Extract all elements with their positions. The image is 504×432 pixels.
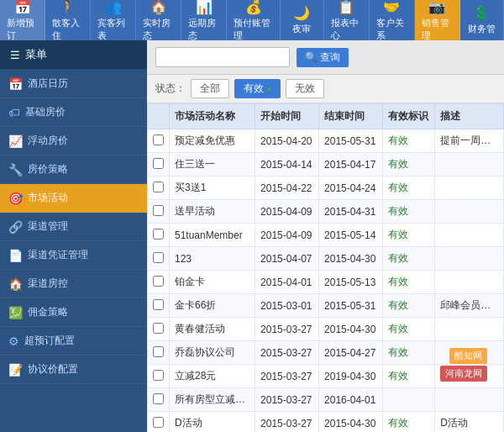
row-checkbox[interactable] xyxy=(148,224,170,247)
row-status: 有效 xyxy=(383,200,435,224)
sidebar-item-hotel-calendar[interactable]: 📅 酒店日历 xyxy=(0,70,147,98)
toolbar-new-booking[interactable]: 📅 新增预订 xyxy=(0,0,45,40)
row-end: 2019-04-30 xyxy=(319,365,383,388)
row-desc xyxy=(435,176,504,200)
row-status: 有效 xyxy=(383,247,435,271)
toolbar-future-rooms[interactable]: 📊 远期房态 xyxy=(181,0,227,40)
table-row[interactable]: 所有房型立减28元 2015-03-27 2016-04-01 xyxy=(148,388,504,412)
table-row[interactable]: 金卡66折 2015-03-01 2015-05-31 有效 邱峰会员金卡 xyxy=(148,294,504,318)
toolbar-crm[interactable]: 🤝 客户关系 xyxy=(370,0,415,40)
table-header-row: 市场活动名称 开始时间 结束时间 有效标识 描述 xyxy=(148,104,504,129)
row-checkbox[interactable] xyxy=(148,388,170,412)
row-end: 2015-05-14 xyxy=(319,224,383,247)
sidebar-item-agreement[interactable]: 📝 协议价配置 xyxy=(0,356,147,384)
row-checkbox[interactable] xyxy=(148,247,170,271)
table-container: 市场活动名称 开始时间 结束时间 有效标识 描述 预定减免优惠 2015-04-… xyxy=(147,103,504,432)
row-start: 2015-04-07 xyxy=(255,247,319,271)
sales-icon: 📷 xyxy=(428,0,445,15)
commission-icon: 💹 xyxy=(8,306,23,319)
table-row[interactable]: 黄春健活动 2015-03-27 2015-04-30 有效 xyxy=(148,318,504,341)
table-row[interactable]: 51tuanMember 2015-04-09 2015-05-14 有效 xyxy=(148,224,504,247)
search-bar: 🔍 查询 xyxy=(147,40,504,75)
row-desc: 提前一周预订 xyxy=(435,129,504,153)
table-row[interactable]: 预定减免优惠 2015-04-20 2015-05-31 有效 提前一周预订 xyxy=(148,129,504,153)
sidebar-item-channel-cert[interactable]: 📄 渠道凭证管理 xyxy=(0,241,147,270)
table-row[interactable]: 住三送一 2015-04-14 2015-04-17 有效 xyxy=(148,153,504,176)
table-row[interactable]: D活动 2015-03-27 2015-04-30 有效 D活动 xyxy=(148,412,504,433)
toolbar-sales[interactable]: 📷 销售管理 xyxy=(415,0,460,40)
row-name: 立减28元 xyxy=(170,365,255,388)
col-status: 有效标识 xyxy=(383,104,435,129)
row-name: 住三送一 xyxy=(170,153,255,176)
sidebar-item-base-rate[interactable]: 🏷 基础房价 xyxy=(0,98,147,127)
table-row[interactable]: 送早活动 2015-04-09 2015-04-31 有效 xyxy=(148,200,504,224)
row-checkbox[interactable] xyxy=(148,365,170,388)
row-status: 有效 xyxy=(383,271,435,294)
table-row[interactable]: 立减28元 2015-03-27 2019-04-30 有效 xyxy=(148,365,504,388)
toolbar-checkin[interactable]: 🚶 散客入住 xyxy=(45,0,91,40)
sidebar-item-overbooking[interactable]: ⚙ 超预订配置 xyxy=(0,327,147,356)
room-status-icon: 🏠 xyxy=(150,0,167,15)
crm-icon: 🤝 xyxy=(383,0,400,15)
row-checkbox[interactable] xyxy=(148,176,170,200)
row-checkbox[interactable] xyxy=(148,271,170,294)
sidebar-item-market-activity[interactable]: 🎯 市场活动 xyxy=(0,184,147,213)
main-layout: ☰ 菜单 📅 酒店日历 🏷 基础房价 📈 浮动房价 🔧 房价策略 🎯 市场活动 … xyxy=(0,40,504,432)
sidebar-item-commission[interactable]: 💹 佣金策略 xyxy=(0,298,147,327)
row-start: 2015-03-01 xyxy=(255,294,319,318)
night-audit-icon: 🌙 xyxy=(293,5,310,21)
row-end: 2015-04-27 xyxy=(319,341,383,365)
row-status: 有效 xyxy=(383,365,435,388)
sidebar-item-dynamic-rate[interactable]: 📈 浮动房价 xyxy=(0,127,147,155)
toolbar-night-audit[interactable]: 🌙 夜审 xyxy=(281,0,324,40)
market-icon: 🎯 xyxy=(8,192,23,205)
row-checkbox[interactable] xyxy=(148,200,170,224)
sidebar-item-channel-control[interactable]: 🏠 渠道房控 xyxy=(0,270,147,298)
reports-icon: 📋 xyxy=(338,0,354,15)
row-end: 2015-04-30 xyxy=(319,318,383,341)
row-checkbox[interactable] xyxy=(148,341,170,365)
toolbar-room-status[interactable]: 🏠 实时房态 xyxy=(136,0,181,40)
filter-valid[interactable]: 有效 ● xyxy=(234,79,281,98)
row-desc xyxy=(435,388,504,412)
table-row[interactable]: 123 2015-04-07 2015-04-30 有效 xyxy=(148,247,504,271)
row-name: 买3送1 xyxy=(170,176,255,200)
filter-invalid[interactable]: 无效 xyxy=(286,79,324,98)
row-start: 2015-03-27 xyxy=(255,412,319,433)
toolbar-finance[interactable]: 💲 财务管 xyxy=(460,0,504,40)
row-checkbox[interactable] xyxy=(148,412,170,433)
filter-bar: 状态： 全部 有效 ● 无效 xyxy=(147,75,504,103)
table-row[interactable]: 铂金卡 2015-04-01 2015-05-13 有效 xyxy=(148,271,504,294)
row-desc xyxy=(435,200,504,224)
row-checkbox[interactable] xyxy=(148,129,170,153)
search-button[interactable]: 🔍 查询 xyxy=(297,48,349,67)
toolbar-reports[interactable]: 📋 报表中心 xyxy=(324,0,370,40)
sidebar-item-rate-strategy[interactable]: 🔧 房价策略 xyxy=(0,155,147,184)
row-name: 黄春健活动 xyxy=(170,318,255,341)
new-booking-icon: 📅 xyxy=(14,0,31,15)
col-start: 开始时间 xyxy=(255,104,319,129)
row-checkbox[interactable] xyxy=(148,294,170,318)
table-row[interactable]: 买3送1 2015-04-22 2015-04-24 有效 xyxy=(148,176,504,200)
content-area: 🔍 查询 状态： 全部 有效 ● 无效 市场活动名称 开始时间 结束时间 xyxy=(147,40,504,432)
table-row[interactable]: 乔磊协议公司 2015-03-27 2015-04-27 有效 xyxy=(148,341,504,365)
row-status: 有效 xyxy=(383,294,435,318)
row-checkbox[interactable] xyxy=(148,153,170,176)
row-start: 2015-03-27 xyxy=(255,365,319,388)
row-desc xyxy=(435,224,504,247)
filter-all[interactable]: 全部 xyxy=(191,79,229,98)
future-rooms-icon: 📊 xyxy=(196,0,213,15)
finance-icon: 💲 xyxy=(473,5,490,21)
row-checkbox[interactable] xyxy=(148,318,170,341)
search-input[interactable] xyxy=(155,47,290,67)
row-start: 2015-04-09 xyxy=(255,224,319,247)
row-start: 2015-04-09 xyxy=(255,200,319,224)
sidebar-item-channel-mgmt[interactable]: 🔗 渠道管理 xyxy=(0,213,147,241)
filter-valid-label: 有效 xyxy=(244,82,266,94)
valid-dot: ● xyxy=(266,84,271,93)
toolbar-guest-list[interactable]: 👥 宾客列表 xyxy=(91,0,136,40)
toolbar-prepay[interactable]: 💰 预付账管理 xyxy=(227,0,280,40)
menu-icon: ☰ xyxy=(10,49,20,61)
dynamic-rate-icon: 📈 xyxy=(8,134,23,148)
prepay-icon: 💰 xyxy=(245,0,262,15)
